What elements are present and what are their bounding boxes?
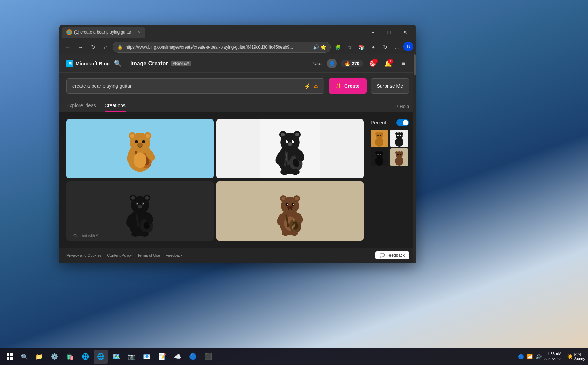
copilot-button[interactable]: ✦ [368, 42, 379, 53]
more-button[interactable]: … [392, 42, 403, 53]
svg-point-78 [282, 231, 289, 236]
share-icon[interactable]: ⭐ [320, 44, 326, 50]
favorites-button[interactable]: ☆ [344, 42, 355, 53]
taskbar-clock[interactable]: 11:35 AM 3/21/2023 [544, 351, 561, 362]
taskbar-mail-icon[interactable]: 📧 [140, 350, 154, 364]
address-bar[interactable]: 🔒 https://www.bing.com/images/create/cre… [113, 42, 331, 53]
taskbar-chrome-icon[interactable]: 🔵 [186, 350, 200, 364]
window-controls: – □ ✕ [365, 27, 413, 38]
weather-widget[interactable]: ☀️ 52°F Sunny [567, 352, 585, 361]
search-area: create a bear playing guitar. ⚡ 25 ✨ Cre… [59, 73, 416, 99]
maximize-button[interactable]: □ [381, 27, 397, 38]
forward-button[interactable]: → [75, 42, 86, 53]
weather-condition: Sunny [574, 357, 585, 361]
recent-thumbnail-1[interactable] [371, 130, 388, 147]
tab-explore-ideas[interactable]: Explore ideas [66, 99, 96, 112]
svg-point-104 [395, 151, 398, 154]
notifications-button[interactable]: 🔔 1 [382, 58, 394, 69]
clock-date: 3/21/2023 [544, 357, 561, 362]
taskbar-word-icon[interactable]: 📝 [155, 350, 169, 364]
taskbar-edge-active-icon[interactable]: 🌐 [94, 350, 108, 364]
tab-close-button[interactable]: ✕ [137, 30, 141, 35]
system-tray: 🔵 📶 🔊 11:35 AM 3/21/2023 [518, 351, 561, 362]
search-icon: 🔍 [21, 353, 28, 360]
terms-of-use-link[interactable]: Terms of Use [137, 253, 160, 257]
taskbar-maps-icon[interactable]: 🗺️ [109, 350, 123, 364]
volume-icon[interactable]: 🔊 [536, 354, 542, 359]
boost-area[interactable]: ⚡ 25 [304, 83, 318, 89]
privacy-cookies-link[interactable]: Privacy and Cookies [66, 253, 101, 257]
taskbar-terminal-icon[interactable]: ⬛ [201, 350, 215, 364]
preview-badge: PREVIEW [171, 61, 191, 66]
navigation-bar: ← → ↻ ⌂ 🔒 https://www.bing.com/images/cr… [59, 39, 416, 54]
coins-badge[interactable]: 🔥 270 [341, 60, 363, 67]
new-tab-button[interactable]: + [146, 27, 156, 37]
image-card-3[interactable] [66, 181, 214, 241]
lock-icon: 🔒 [117, 44, 123, 50]
tab-creations[interactable]: Creations [105, 99, 126, 112]
svg-point-84 [380, 132, 383, 135]
address-bar-icons: 🔊 ⭐ [313, 44, 326, 50]
surprise-me-button[interactable]: Surprise Me [371, 78, 409, 94]
taskbar: 🔍 📁 ⚙️ 🛍️ 🌐 🌐 🗺️ 📷 📧 📝 ☁️ 🔵 ⬛ 🔵 📶 🔊 11:3… [0, 348, 588, 365]
image-card-4[interactable] [216, 181, 364, 241]
network-icon[interactable]: 📶 [527, 354, 533, 359]
taskbar-file-explorer-icon[interactable]: 📁 [32, 350, 46, 364]
user-avatar[interactable]: 👤 [327, 59, 337, 68]
active-tab[interactable]: 🌐 (1) create a bear playing guitar · ✕ [62, 27, 145, 38]
bluetooth-icon[interactable]: 🔵 [518, 354, 524, 359]
bing-logo-icon: ⊞ [66, 60, 73, 67]
bing-logo[interactable]: ⊞ Microsoft Bing [66, 60, 110, 67]
hamburger-menu-button[interactable]: ≡ [398, 58, 409, 69]
svg-point-27 [288, 142, 293, 146]
refresh-button[interactable]: ↻ [87, 42, 99, 53]
taskbar-edge-icon[interactable]: 🌐 [78, 350, 92, 364]
recent-thumbnail-2[interactable] [390, 130, 408, 147]
svg-point-15 [134, 152, 146, 168]
image-creator-label[interactable]: Image Creator PREVIEW [130, 60, 191, 67]
scroll-thumb[interactable] [414, 54, 416, 75]
edge-profile-button[interactable]: B [403, 42, 413, 51]
start-button[interactable] [3, 350, 17, 364]
svg-point-89 [395, 138, 403, 147]
taskbar-camera-icon[interactable]: 📷 [124, 350, 138, 364]
extensions-button[interactable]: 🧩 [332, 42, 343, 53]
taskbar-onedrive-icon[interactable]: ☁️ [171, 350, 185, 364]
bing-search-icon[interactable]: 🔍 [114, 60, 122, 67]
image-creator-text: Image Creator [130, 60, 168, 67]
read-aloud-icon[interactable]: 🔊 [313, 44, 319, 50]
rewards-button[interactable]: 🎯 [367, 58, 378, 69]
scrollbar[interactable] [413, 54, 416, 263]
close-button[interactable]: ✕ [397, 27, 413, 38]
collections-button[interactable]: 📚 [356, 42, 367, 53]
back-button[interactable]: ← [62, 42, 73, 53]
surprise-label: Surprise Me [377, 83, 403, 89]
taskbar-store-icon[interactable]: 🛍️ [63, 350, 77, 364]
svg-point-48 [143, 203, 144, 204]
recent-thumbnail-3[interactable] [371, 148, 388, 166]
help-button[interactable]: ? Help [396, 100, 409, 112]
create-button[interactable]: ✨ Create [329, 78, 367, 94]
weather-info: 52°F Sunny [574, 352, 585, 361]
svg-point-42 [131, 196, 135, 200]
feedback-button-footer[interactable]: 💬 Feedback [375, 251, 409, 259]
recent-toggle[interactable] [396, 119, 409, 126]
taskbar-search-button[interactable]: 🔍 [18, 350, 31, 363]
clock-time: 11:35 AM [544, 351, 561, 357]
user-name[interactable]: User [313, 61, 323, 66]
home-button[interactable]: ⌂ [100, 42, 111, 53]
taskbar-settings-icon[interactable]: ⚙️ [48, 350, 62, 364]
svg-point-6 [146, 134, 150, 138]
recent-thumbnail-4[interactable] [390, 148, 408, 166]
image-card-1[interactable] [66, 119, 214, 178]
minimize-button[interactable]: – [365, 27, 381, 38]
content-policy-link[interactable]: Content Policy [107, 253, 132, 257]
help-label: Help [400, 104, 409, 109]
feedback-link[interactable]: Feedback [166, 253, 182, 257]
prompt-input-container[interactable]: create a bear playing guitar. ⚡ 25 [66, 78, 324, 94]
refresh-page-button[interactable]: ↻ [380, 42, 391, 53]
image-card-2[interactable] [216, 119, 364, 178]
bing-header: ⊞ Microsoft Bing 🔍 Image Creator PREVIEW… [59, 54, 416, 73]
weather-temp: 52°F [574, 352, 585, 357]
svg-point-105 [400, 151, 403, 154]
